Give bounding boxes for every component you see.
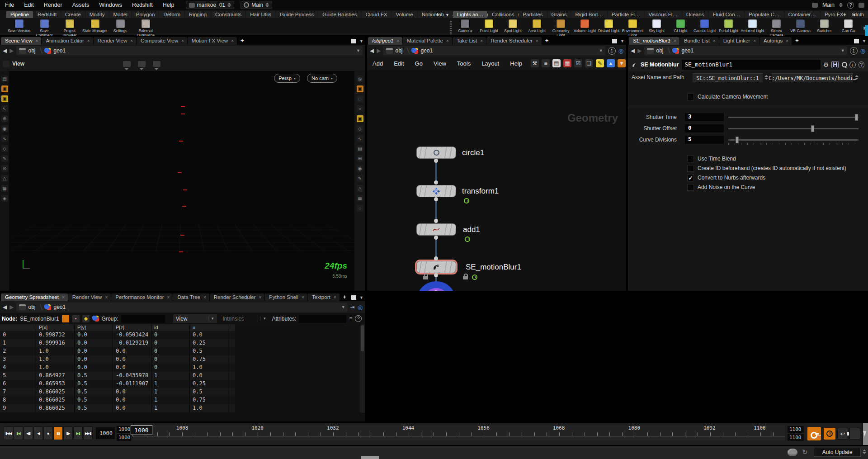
viewport-tool-icon[interactable]: ⊕ bbox=[1, 115, 8, 122]
network-menu-item[interactable]: Layout bbox=[476, 58, 505, 69]
new-tab-button[interactable]: + bbox=[792, 37, 802, 45]
pane-tab[interactable]: Render View× bbox=[68, 293, 111, 301]
parameter-slider[interactable] bbox=[728, 128, 859, 129]
playback-button[interactable]: ▶▶▮ bbox=[83, 426, 93, 440]
shelf-tool[interactable]: Environment Light bbox=[621, 19, 645, 38]
viewport-display-icon[interactable]: ◉ bbox=[357, 165, 363, 172]
shelf-tool[interactable]: State Manager bbox=[82, 19, 108, 38]
node-label[interactable]: transform1 bbox=[462, 187, 499, 196]
shelf-tab[interactable]: Rigging bbox=[185, 11, 211, 18]
breadcrumb-obj[interactable]: obj bbox=[647, 47, 663, 54]
shelf-tool[interactable]: Camera bbox=[453, 19, 477, 38]
stack-icon[interactable]: ≡ bbox=[349, 316, 352, 322]
shelf-tab[interactable]: Container… bbox=[784, 11, 820, 18]
pane-maximize-icon[interactable] bbox=[612, 39, 617, 43]
node-add1[interactable] bbox=[417, 224, 456, 235]
viewport-tool-icon[interactable]: ✎ bbox=[1, 155, 8, 162]
shelf-tab[interactable]: Viscous Fl… bbox=[644, 11, 681, 18]
node-input-connector[interactable] bbox=[434, 256, 438, 260]
timeline-right-scrollbar[interactable] bbox=[863, 423, 868, 445]
network-menu-item[interactable]: Edit bbox=[388, 58, 409, 69]
auto-key-button[interactable] bbox=[807, 427, 821, 440]
table-row[interactable]: 10.9999160.0-0.012921900.25 bbox=[0, 339, 235, 347]
node-circle1[interactable] bbox=[417, 147, 456, 158]
viewport-display-icon[interactable]: ○ bbox=[357, 105, 363, 112]
shelf-tab[interactable]: Deform bbox=[159, 11, 184, 18]
shelf-tab[interactable]: Cloud FX bbox=[361, 11, 391, 18]
node-output-connector[interactable] bbox=[434, 159, 438, 163]
viewport-display-icon[interactable]: ◇ bbox=[357, 125, 363, 132]
table-row[interactable]: 21.00.00.000.5 bbox=[0, 347, 235, 355]
shelf-divider[interactable] bbox=[450, 21, 452, 34]
camera-move-icon[interactable] bbox=[153, 61, 160, 67]
network-menu-item[interactable]: Help bbox=[505, 58, 528, 69]
shelf-tab[interactable]: Polygon bbox=[132, 11, 159, 18]
menu-item[interactable]: Edit bbox=[19, 1, 39, 9]
pane-tab[interactable]: Motion FX View× bbox=[188, 37, 237, 45]
parameter-value-field[interactable]: 3 bbox=[685, 113, 724, 121]
viewport-display-icon[interactable]: ∿ bbox=[357, 135, 363, 142]
camera-select-menu[interactable]: No cam▾ bbox=[307, 74, 337, 83]
playback-button[interactable]: ■ bbox=[43, 426, 53, 440]
shelf-tool[interactable]: Save Comment bbox=[32, 19, 57, 38]
layout-icon[interactable] bbox=[812, 3, 818, 8]
pane-tab[interactable]: Python Shell× bbox=[265, 293, 307, 301]
table-row[interactable]: 80.8660250.50.010.75 bbox=[0, 396, 235, 404]
network-toolbar-icon[interactable]: ❏ bbox=[585, 59, 593, 67]
panel-icon[interactable] bbox=[859, 3, 864, 8]
shelf-tab[interactable]: Populate C… bbox=[745, 11, 783, 18]
pane-tab[interactable]: Textport× bbox=[308, 293, 340, 301]
viewport-tool-icon[interactable]: ↖ bbox=[1, 105, 8, 112]
realtime-toggle-button[interactable] bbox=[824, 428, 835, 440]
close-tab-icon[interactable]: × bbox=[203, 295, 206, 300]
gear-icon[interactable]: ⚙ bbox=[823, 61, 829, 68]
parameter-slider[interactable] bbox=[728, 139, 859, 141]
points-mode-icon[interactable] bbox=[62, 315, 70, 322]
pane-tab[interactable]: Bundle List× bbox=[680, 37, 719, 45]
network-canvas[interactable]: Geometry circle1 transform1 add bbox=[367, 70, 626, 291]
playback-button[interactable]: ◀▮ bbox=[24, 426, 33, 440]
playback-end-field[interactable]: 1100 bbox=[788, 434, 804, 441]
pane-tab[interactable]: Geometry Spreadsheet× bbox=[1, 293, 68, 301]
network-menu-item[interactable]: Go bbox=[410, 58, 428, 69]
table-scrollbar[interactable] bbox=[360, 324, 365, 413]
menu-item[interactable]: Help bbox=[158, 1, 179, 9]
viewport-tool-icon[interactable]: ∿ bbox=[1, 135, 8, 142]
group-field[interactable] bbox=[121, 315, 165, 323]
node-wire[interactable] bbox=[435, 161, 437, 183]
viewport-display-icon[interactable]: △ bbox=[357, 185, 363, 192]
new-tab-button[interactable]: + bbox=[237, 37, 247, 45]
node-label[interactable]: add1 bbox=[463, 225, 480, 234]
nav-forward-icon[interactable]: ▶ bbox=[637, 47, 642, 54]
close-tab-icon[interactable]: × bbox=[130, 38, 133, 43]
parameter-value-field[interactable]: 0 bbox=[685, 124, 724, 132]
spinner-icon[interactable] bbox=[863, 450, 866, 454]
current-frame-marker[interactable]: 1000 bbox=[131, 425, 152, 435]
view-state-icon[interactable] bbox=[3, 61, 9, 67]
slider-handle[interactable] bbox=[811, 125, 814, 132]
table-row[interactable]: 41.00.00.001.0 bbox=[0, 364, 235, 372]
node-output-connector[interactable] bbox=[434, 197, 438, 201]
node-se-motionblur1[interactable] bbox=[417, 261, 456, 273]
close-tab-icon[interactable]: × bbox=[181, 38, 184, 43]
nav-forward-icon[interactable]: ▶ bbox=[377, 47, 381, 54]
network-toolbar-icon[interactable]: ☑ bbox=[574, 59, 582, 67]
pane-tab[interactable]: Composite View× bbox=[137, 37, 187, 45]
node-input-connector[interactable] bbox=[434, 219, 438, 223]
path-field[interactable]: obj geo1 ▼ bbox=[383, 46, 605, 55]
nav-back-icon[interactable]: ◀ bbox=[3, 304, 7, 310]
add-shelf-tab-button[interactable]: + bbox=[434, 11, 442, 18]
viewport-tool-icon[interactable]: ◈ bbox=[1, 195, 8, 202]
parameter-checkbox[interactable]: ✓ bbox=[688, 175, 693, 181]
viewport-tool-icon[interactable]: ⊙ bbox=[1, 165, 8, 172]
viewport-display-icon[interactable]: ✎ bbox=[357, 175, 363, 182]
playback-button[interactable]: ◀ bbox=[33, 426, 43, 440]
breadcrumb-geo1[interactable]: geo1 bbox=[672, 47, 693, 54]
frame-ruler[interactable]: 1000 10081020103210441056106810801092110… bbox=[132, 425, 785, 440]
viewport-tool-icon[interactable]: ◇ bbox=[1, 145, 8, 152]
playback-start-field[interactable]: 1000 bbox=[117, 434, 131, 441]
pin-icon[interactable]: ⇥ bbox=[350, 304, 355, 310]
new-tab-button[interactable]: + bbox=[340, 293, 350, 301]
follow-target-icon[interactable]: ◎ bbox=[860, 47, 865, 54]
close-tab-icon[interactable]: × bbox=[674, 38, 676, 43]
